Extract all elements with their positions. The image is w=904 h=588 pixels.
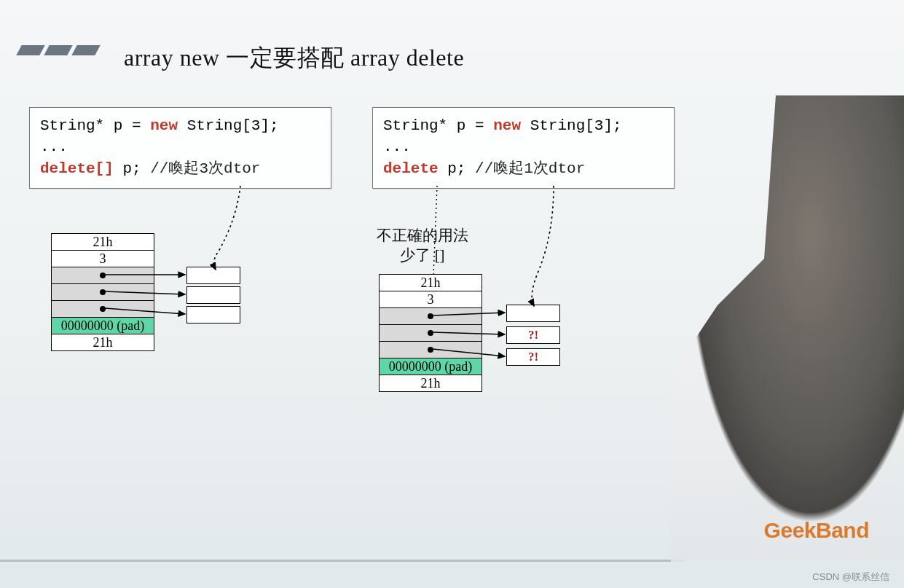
code-line: delete[] p; //喚起3次dtor: [40, 158, 321, 179]
mem-cell-pointer: [380, 308, 482, 325]
heap-object-box: [506, 305, 560, 322]
memory-block-left: 21h 3 00000000 (pad) 21h: [51, 233, 154, 351]
code-line: String* p = new String[3];: [383, 115, 664, 136]
decorative-stripes: [19, 45, 98, 55]
code-line: ...: [40, 136, 321, 157]
mem-cell-pointer: [380, 325, 482, 342]
heap-object-box: [186, 306, 240, 324]
code-box-correct: String* p = new String[3]; ... delete[] …: [29, 107, 331, 189]
mem-cell-pad: 00000000 (pad): [380, 358, 482, 375]
presenter-silhouette: [671, 95, 904, 562]
mem-cell-pointer: [52, 284, 154, 301]
csdn-watermark: CSDN @联系丝信: [812, 571, 889, 584]
mem-cell-count: 3: [380, 291, 482, 308]
watermark-logo: GeekBand: [764, 518, 869, 543]
mem-cell-header: 21h: [380, 375, 482, 391]
mem-cell-header: 21h: [52, 334, 154, 350]
mem-cell-header: 21h: [380, 275, 482, 291]
mem-cell-count: 3: [52, 251, 154, 267]
heap-object-box-warn: ?!: [506, 348, 560, 366]
mem-cell-pad: 00000000 (pad): [52, 318, 154, 334]
slide-container: array new 一定要搭配 array delete String* p =…: [0, 0, 904, 588]
bottom-divider: [0, 560, 685, 562]
note-incorrect-usage: 不正確的用法 少了 []: [368, 226, 477, 266]
code-box-incorrect: String* p = new String[3]; ... delete p;…: [372, 107, 675, 189]
mem-cell-pointer: [52, 301, 154, 318]
mem-cell-pointer: [52, 267, 154, 284]
code-line: ...: [383, 136, 664, 157]
heap-object-box-warn: ?!: [506, 326, 560, 344]
heap-object-box: [186, 286, 240, 304]
mem-cell-pointer: [380, 342, 482, 358]
memory-block-right: 21h 3 00000000 (pad) 21h: [379, 274, 482, 392]
heap-object-box: [186, 267, 240, 284]
mem-cell-header: 21h: [52, 234, 154, 251]
code-line: String* p = new String[3];: [40, 115, 321, 136]
slide-title: array new 一定要搭配 array delete: [124, 42, 464, 74]
code-line: delete p; //喚起1次dtor: [383, 158, 664, 179]
